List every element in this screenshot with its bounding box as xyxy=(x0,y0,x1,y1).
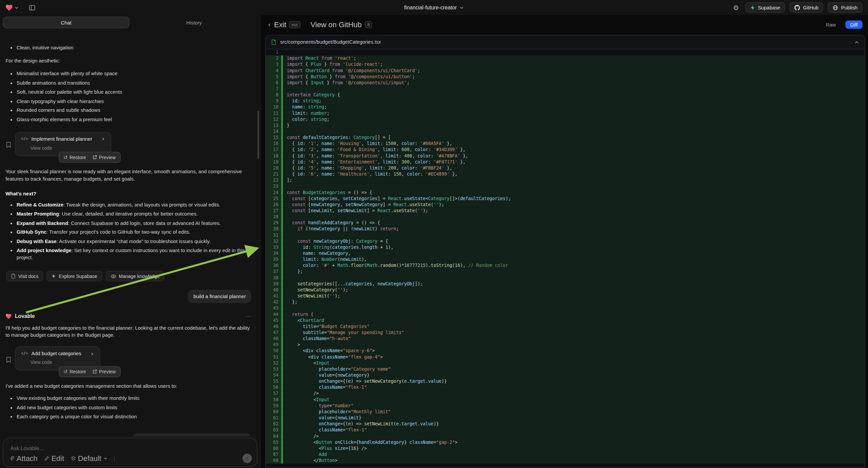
supabase-button[interactable]: Supabase xyxy=(745,2,785,13)
assistant-message-header: Lovable ⋯ xyxy=(6,313,252,320)
restore-button[interactable]: ↺Restore xyxy=(60,368,89,376)
code-line: 13} xyxy=(266,122,865,128)
line-number: 35 xyxy=(266,257,281,263)
sidebar-toggle-icon[interactable] xyxy=(29,4,36,11)
preview-button[interactable]: Preview xyxy=(89,153,119,161)
project-name-dropdown[interactable]: financial-future-creator xyxy=(404,4,464,10)
code-text: className="flex-1" xyxy=(283,427,865,433)
message-menu-icon[interactable]: ⋯ xyxy=(245,313,251,320)
send-button[interactable]: ↑ xyxy=(243,454,252,463)
line-number: 57 xyxy=(266,390,281,397)
file-header[interactable]: src/components/budget/BudgetCategories.t… xyxy=(266,36,865,49)
diff-toggle-button[interactable]: Diff xyxy=(845,21,863,29)
tab-history[interactable]: History xyxy=(130,17,257,29)
code-text: { id: '2', name: 'Food & Dining', limit:… xyxy=(283,147,865,153)
file-added-icon xyxy=(272,39,276,45)
bullet-text: View existing budget categories with the… xyxy=(17,395,140,402)
line-number: 4 xyxy=(266,67,281,74)
line-number: 58 xyxy=(266,397,281,403)
line-number: 59 xyxy=(266,403,281,409)
settings-gear-icon[interactable]: ⚙ xyxy=(733,4,739,11)
code-line: 37 }; xyxy=(266,269,865,274)
line-number: 68 xyxy=(266,458,281,464)
code-text: placeholder="Monthly limit" xyxy=(283,409,865,415)
bullet-text: Subtle animations and transitions xyxy=(17,80,90,87)
code-line: 28 xyxy=(266,214,865,220)
edit-card-implement-financial-planner[interactable]: </> Implement financial planner View cod… xyxy=(15,131,112,156)
line-number: 40 xyxy=(266,287,281,293)
code-line: 59 type="number" xyxy=(266,403,865,409)
edit-mode-button[interactable]: Edit xyxy=(44,454,64,463)
bookmark-icon[interactable] xyxy=(6,349,11,371)
line-number: 18 xyxy=(266,153,281,159)
bullet-dot xyxy=(10,73,12,75)
model-select[interactable]: Default xyxy=(71,454,107,463)
publish-button[interactable]: Publish xyxy=(828,2,863,13)
line-number: 66 xyxy=(266,445,281,451)
list-item: Refine & Customize: Tweak the design, an… xyxy=(10,201,251,208)
list-item: Master Prompting: Use clear, detailed, a… xyxy=(10,210,251,217)
list-item: Clean, intuitive navigation xyxy=(10,44,251,51)
github-label: GitHub xyxy=(803,5,818,10)
item-text: : Use clear, detailed, and iterative pro… xyxy=(59,211,198,217)
bullet-text: Glass-morphic elements for a premium fee… xyxy=(17,116,112,123)
edit-card-add-budget-categories[interactable]: </> Add budget categories View code ↺Res… xyxy=(15,346,100,371)
line-number: 49 xyxy=(266,342,281,348)
code-lines: 12import React from 'react';3import { Pl… xyxy=(266,49,865,464)
restore-icon: ↺ xyxy=(63,369,67,375)
list-item: View existing budget categories with the… xyxy=(10,395,251,402)
item-text: : Activate our experimental “chat mode” … xyxy=(56,238,210,244)
view-code-link[interactable]: View code xyxy=(31,359,94,366)
item-text: : Connect Supabase to add login, store d… xyxy=(68,220,221,226)
line-number: 24 xyxy=(266,189,281,195)
line-number: 51 xyxy=(266,354,281,360)
view-code-link[interactable]: View code xyxy=(31,144,105,151)
code-line: 68 </Button> xyxy=(266,458,865,464)
line-number: 33 xyxy=(266,244,281,251)
explore-supabase-button[interactable]: Explore Supabase xyxy=(46,271,102,281)
view-on-github-button[interactable]: View on GitHub 6 xyxy=(310,21,372,29)
bullet-dot xyxy=(10,47,12,49)
bullet-text: Minimalist interface with plenty of whit… xyxy=(17,70,118,78)
code-icon: </> xyxy=(21,350,28,357)
list-item: Glass-morphic elements for a premium fee… xyxy=(10,116,251,123)
line-number: 28 xyxy=(266,214,281,220)
line-number: 6 xyxy=(266,80,281,86)
lovable-heart-icon xyxy=(6,4,13,11)
restore-button[interactable]: ↺Restore xyxy=(60,153,89,161)
scrollbar-thumb[interactable] xyxy=(257,111,259,159)
chevron-up-icon[interactable] xyxy=(854,39,859,45)
manage-knowledge-button[interactable]: Manage knowledge xyxy=(106,271,165,281)
tab-chat[interactable]: Chat xyxy=(3,17,129,29)
chat-messages[interactable]: Clean, intuitive navigation For the desi… xyxy=(0,41,257,436)
card-toolbar: ↺Restore Preview xyxy=(59,151,120,163)
bullet-dot xyxy=(10,119,12,120)
line-number: 55 xyxy=(266,378,281,384)
line-number: 30 xyxy=(266,226,281,232)
preview-button[interactable]: Preview xyxy=(89,368,119,376)
code-line: 40 setNewCategory(''); xyxy=(266,287,865,293)
exit-button[interactable]: Exit esc xyxy=(268,21,301,29)
line-number: 26 xyxy=(266,202,281,208)
view-on-github-label: View on GitHub xyxy=(310,21,361,29)
code-diff-view[interactable]: 12import React from 'react';3import { Pl… xyxy=(266,49,865,468)
attach-button[interactable]: Attach xyxy=(9,454,38,463)
code-line: 39 setCategories([...categories, newCate… xyxy=(266,281,865,287)
code-text: <ChartCard xyxy=(283,317,865,323)
visit-docs-button[interactable]: Visit docs xyxy=(6,271,43,281)
chat-input[interactable] xyxy=(9,445,251,452)
line-number: 53 xyxy=(266,366,281,372)
code-text xyxy=(283,183,865,189)
bookmark-icon[interactable] xyxy=(6,134,11,156)
publish-label: Publish xyxy=(841,5,858,10)
lovable-logo-menu[interactable] xyxy=(6,4,19,11)
code-line: 48 className="h-auto" xyxy=(266,336,865,342)
eye-icon xyxy=(111,274,117,278)
code-line: 7 xyxy=(266,86,865,92)
raw-toggle-button[interactable]: Raw xyxy=(822,21,840,29)
paragraph: I've added a new budget categories manag… xyxy=(6,383,252,390)
github-button[interactable]: GitHub xyxy=(790,2,824,13)
code-line: 32 const newCategoryObj: Category = { xyxy=(266,238,865,244)
code-text: <Plus size={16} /> xyxy=(283,445,865,451)
code-line: 3import { Plus } from 'lucide-react'; xyxy=(266,61,865,67)
